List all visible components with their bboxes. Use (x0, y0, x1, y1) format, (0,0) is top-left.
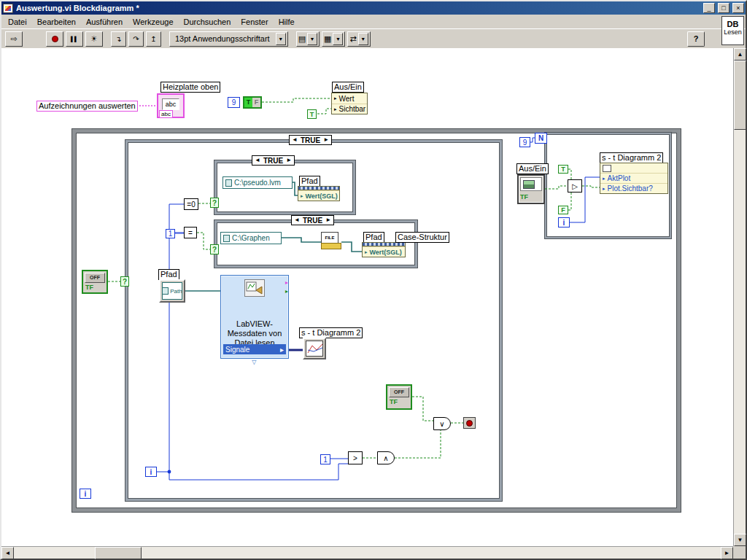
wire[interactable] (197, 233, 210, 249)
step-into-button[interactable]: ↴ (111, 31, 126, 47)
property-row-aktplot[interactable]: ▸ AktPlot (600, 173, 667, 183)
wire[interactable] (157, 204, 184, 472)
scroll-down-button[interactable]: ▼ (734, 534, 746, 546)
boolean-constant-t-top[interactable]: T (307, 109, 317, 119)
label-diagramm2-property[interactable]: s - t Diagramm 2 (600, 152, 663, 163)
greater-than-node[interactable]: > (348, 451, 363, 464)
label-heizplatte-oben[interactable]: Heizplatte oben (160, 82, 220, 93)
vertical-scrollbar[interactable]: ▲ ▼ (733, 48, 746, 546)
loop-condition-terminal[interactable] (463, 417, 476, 429)
case-next-arrow-icon[interactable]: ► (286, 155, 292, 166)
wire[interactable] (412, 397, 433, 421)
vertical-scroll-thumb[interactable] (734, 61, 746, 130)
or-gate-node[interactable]: ∨ (433, 417, 451, 430)
menu-bearbeiten[interactable]: Bearbeiten (32, 15, 81, 28)
horizontal-scrollbar[interactable]: ◄ ► (1, 546, 733, 559)
numeric-constant-1-mid[interactable]: 1 (166, 229, 175, 238)
wire[interactable] (568, 192, 571, 210)
boolean-constant-true-false[interactable]: T F (243, 96, 262, 109)
block-diagram-canvas[interactable]: ◄ TRUE ► ◄ TRUE ► ◄ TRUE ► ? ? ? Heizpla… (1, 48, 733, 546)
case-prev-arrow-icon[interactable]: ◄ (292, 135, 298, 145)
express-vi-read-from-measurement-file[interactable]: ▸ ▸ LabVIEW- Messdaten von Datei lesen S… (220, 275, 289, 359)
wire[interactable] (169, 464, 348, 480)
numeric-constant-1-bottom[interactable]: 1 (320, 454, 330, 464)
property-node-pfad2[interactable]: ▸ Wert(SGL) (362, 242, 406, 257)
label-pfad1[interactable]: Pfad (299, 176, 320, 187)
wire[interactable] (395, 430, 441, 458)
help-button[interactable]: ? (687, 31, 705, 47)
chevron-down-icon[interactable]: ▼ (333, 33, 343, 45)
case-selector-terminal-inner1[interactable]: ? (210, 198, 219, 208)
scroll-left-button[interactable]: ◄ (1, 547, 14, 559)
boolean-true-cell[interactable]: T (244, 98, 252, 107)
label-aufzeichnungen-auswerten[interactable]: Aufzeichnungen auswerten (36, 101, 138, 112)
select-node[interactable]: ▷ (568, 179, 582, 192)
case-prev-arrow-icon[interactable]: ◄ (255, 155, 260, 166)
label-aus-ein-top[interactable]: Aus/Ein (332, 82, 364, 93)
stop-boolean-terminal[interactable]: OFF TF (386, 384, 412, 410)
off-boolean-terminal-left[interactable]: OFF TF (82, 270, 108, 294)
abort-button[interactable] (46, 31, 63, 47)
align-objects-dropdown[interactable]: ▤ ▼ (296, 31, 320, 47)
menu-fenster[interactable]: Fenster (236, 15, 273, 28)
property-node-aus-ein[interactable]: ▸ Wert ▸ Sichtbar (331, 93, 368, 114)
case-selector-terminal-inner2[interactable]: ? (210, 244, 219, 254)
menu-durchsuchen[interactable]: Durchsuchen (179, 15, 236, 28)
build-path-node[interactable]: FILE (321, 232, 341, 249)
boolean-false-cell[interactable]: F (252, 98, 260, 107)
numeric-constant-9-top[interactable]: 9 (228, 97, 240, 108)
case-selector-main[interactable]: ◄ TRUE ► (289, 135, 332, 145)
wire[interactable] (568, 169, 571, 179)
label-pfad2[interactable]: Pfad (363, 232, 384, 243)
menu-datei[interactable]: Datei (3, 15, 32, 28)
pause-button[interactable]: ▌▌ (66, 31, 83, 47)
case-selector-terminal-main[interactable]: ? (120, 276, 129, 287)
express-vi-output-row[interactable]: Signale ▸ (223, 344, 286, 354)
step-out-button[interactable]: ↥ (146, 31, 161, 47)
path-constant-graphen[interactable]: C:\Graphen (220, 232, 282, 244)
titlebar[interactable]: Auswertung.vi Blockdiagramm * _ □ × (1, 1, 746, 15)
label-diagramm2-terminal[interactable]: s - t Diagramm 2 (299, 327, 363, 338)
case-prev-arrow-icon[interactable]: ◄ (294, 215, 300, 225)
case-next-arrow-icon[interactable]: ► (325, 215, 331, 225)
highlight-execution-button[interactable]: ☀ (85, 31, 103, 47)
minimize-button[interactable]: _ (703, 3, 715, 13)
chevron-down-icon[interactable]: ▼ (276, 33, 286, 45)
distribute-objects-dropdown[interactable]: ▦ ▼ (322, 31, 345, 47)
waveform-graph-terminal[interactable] (303, 338, 326, 359)
case-next-arrow-icon[interactable]: ► (323, 135, 329, 145)
iteration-terminal-case[interactable]: i (145, 467, 157, 477)
wire[interactable] (262, 98, 331, 102)
horizontal-scroll-thumb[interactable] (95, 547, 142, 559)
menu-werkzeuge[interactable]: Werkzeuge (128, 15, 178, 28)
loop-count-terminal-N[interactable]: N (535, 133, 547, 144)
path-control-terminal[interactable]: Path (159, 279, 185, 303)
chevron-down-icon[interactable]: ▼ (358, 33, 368, 45)
wire[interactable] (545, 186, 568, 189)
reorder-dropdown[interactable]: ⇄ ▼ (347, 31, 370, 47)
label-case-struktur[interactable]: Case-Struktur (395, 232, 449, 243)
chevron-down-icon[interactable]: ▼ (307, 33, 317, 45)
property-row-wert[interactable]: ▸ Wert (332, 93, 367, 104)
wire[interactable] (341, 242, 362, 252)
case-selector-inner2[interactable]: ◄ TRUE ► (291, 215, 334, 225)
property-row-wert-sgl[interactable]: ▸ Wert(SGL) (363, 246, 405, 257)
equal-node[interactable]: = (184, 227, 197, 238)
menu-hilfe[interactable]: Hilfe (274, 15, 300, 28)
numeric-constant-9-right[interactable]: 9 (519, 137, 530, 147)
property-row-wert-sgl[interactable]: ▸ Wert(SGL) (298, 190, 339, 201)
run-button[interactable]: ⇨ (5, 31, 23, 47)
label-aus-ein-right[interactable]: Aus/Ein (516, 163, 549, 174)
wire[interactable] (317, 109, 331, 114)
property-row-plot-sichtbar[interactable]: ▸ Plot.Sichtbar? (600, 183, 667, 193)
boolean-constant-t-right[interactable]: T (558, 165, 568, 174)
label-pfad-control[interactable]: Pfad (158, 269, 179, 280)
iteration-terminal-while[interactable]: i (80, 489, 91, 499)
property-row-sichtbar[interactable]: ▸ Sichtbar (332, 104, 367, 114)
iteration-terminal-for[interactable]: i (558, 217, 570, 228)
close-button[interactable]: × (732, 3, 744, 13)
property-node-diagramm2[interactable]: ▸ AktPlot ▸ Plot.Sichtbar? (600, 163, 668, 194)
expand-collapse-icon[interactable]: ▽ (252, 359, 256, 365)
path-constant-pseudo[interactable]: C:\pseudo.lvm (222, 176, 293, 189)
font-selector[interactable]: 13pt Anwendungsschriftart ▼ (169, 31, 288, 47)
